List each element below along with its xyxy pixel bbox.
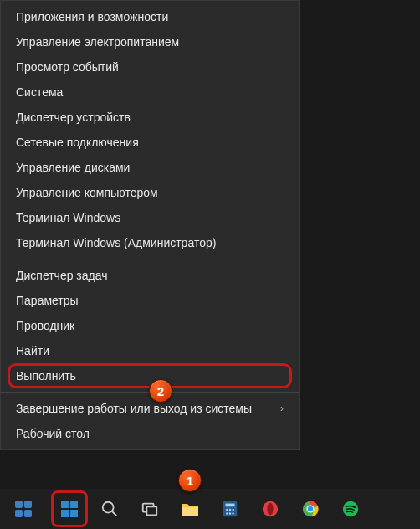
svg-rect-0 [15, 501, 23, 508]
widgets-button[interactable] [7, 492, 40, 526]
menu-item[interactable]: Система [1, 80, 299, 105]
menu-item-label: Управление электропитанием [16, 35, 179, 49]
menu-item[interactable]: Найти [1, 338, 299, 363]
svg-rect-3 [24, 510, 32, 517]
menu-item-label: Терминал Windows (Администратор) [16, 236, 216, 249]
svg-point-17 [232, 509, 233, 511]
menu-item-label: Диспетчер устройств [16, 110, 131, 124]
menu-item-label: Завершение работы или выход из системы [16, 402, 252, 415]
calculator-button[interactable] [213, 492, 247, 526]
menu-item[interactable]: Диспетчер задач [1, 263, 299, 288]
opera-button[interactable] [254, 492, 287, 526]
svg-rect-14 [226, 504, 235, 507]
svg-rect-12 [182, 507, 198, 516]
svg-rect-7 [70, 510, 78, 517]
menu-item-label: Проводник [16, 319, 74, 332]
menu-item[interactable]: Управление дисками [1, 155, 299, 180]
svg-point-8 [103, 502, 114, 513]
menu-item-label: Найти [16, 344, 49, 357]
menu-item-label: Параметры [16, 294, 79, 307]
menu-item[interactable]: Управление электропитанием [1, 29, 299, 54]
chrome-button[interactable] [294, 492, 327, 526]
svg-point-20 [232, 512, 233, 514]
winx-context-menu: Приложения и возможностиУправление элект… [0, 0, 300, 450]
menu-item-label: Управление компьютером [16, 186, 158, 199]
menu-item-label: Диспетчер задач [16, 269, 108, 282]
spotify-button[interactable] [334, 492, 367, 526]
menu-separator [1, 392, 299, 393]
menu-item[interactable]: Выполнить [1, 363, 299, 388]
menu-item[interactable]: Сетевые подключения [1, 130, 299, 155]
svg-rect-4 [61, 501, 69, 508]
svg-rect-1 [24, 501, 32, 508]
svg-point-16 [229, 509, 231, 511]
menu-item[interactable]: Терминал Windows [1, 205, 299, 230]
search-button[interactable] [93, 492, 126, 526]
menu-item-label: Выполнить [16, 369, 76, 383]
task-view-button[interactable] [133, 492, 166, 526]
menu-item-label: Рабочий стол [16, 427, 90, 440]
svg-point-22 [267, 503, 273, 516]
menu-item[interactable]: Диспетчер устройств [1, 105, 299, 130]
svg-rect-11 [146, 506, 156, 515]
menu-item-label: Терминал Windows [16, 211, 120, 224]
menu-item-label: Система [16, 85, 63, 99]
menu-item[interactable]: Проводник [1, 313, 299, 338]
chevron-right-icon: › [280, 403, 284, 414]
svg-rect-6 [61, 510, 69, 517]
svg-line-9 [112, 511, 117, 516]
menu-item[interactable]: Терминал Windows (Администратор) [1, 230, 299, 255]
menu-item[interactable]: Завершение работы или выход из системы› [1, 396, 299, 421]
menu-item[interactable]: Параметры [1, 288, 299, 313]
file-explorer-button[interactable] [173, 492, 207, 526]
svg-point-18 [226, 512, 228, 514]
start-button[interactable] [53, 492, 86, 526]
menu-item-label: Управление дисками [16, 161, 130, 174]
menu-separator [1, 259, 299, 259]
taskbar [0, 489, 420, 529]
menu-item[interactable]: Управление компьютером [1, 180, 299, 205]
menu-item-label: Сетевые подключения [16, 136, 139, 149]
menu-item-label: Просмотр событий [16, 60, 119, 74]
menu-item[interactable]: Рабочий стол [1, 421, 299, 446]
svg-point-19 [229, 512, 231, 514]
svg-rect-5 [70, 501, 78, 508]
menu-item[interactable]: Приложения и возможности [1, 4, 299, 29]
menu-item[interactable]: Просмотр событий [1, 54, 299, 80]
svg-rect-2 [15, 510, 23, 517]
svg-point-25 [308, 506, 313, 511]
menu-item-label: Приложения и возможности [16, 10, 168, 23]
svg-point-15 [226, 509, 228, 511]
